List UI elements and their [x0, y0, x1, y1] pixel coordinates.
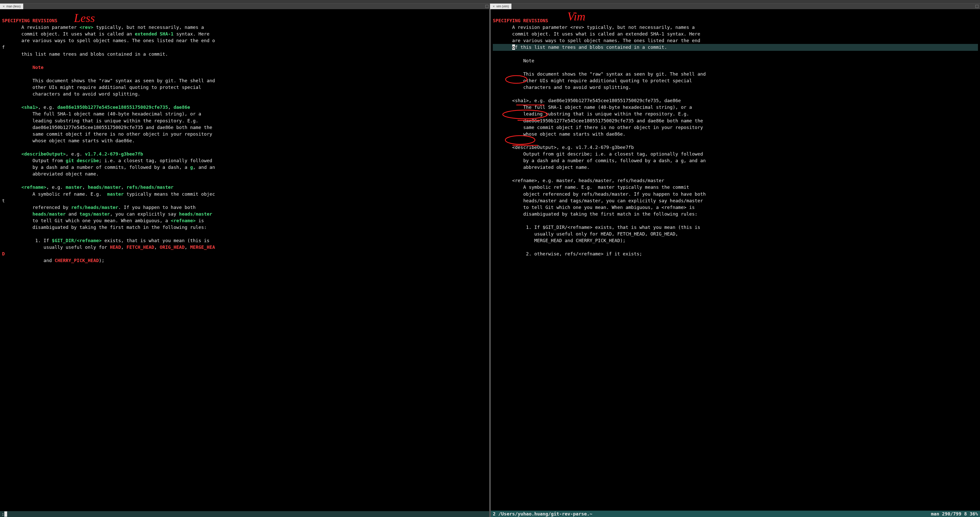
- tab-title: man (less): [6, 5, 21, 8]
- vim-cursor: o: [512, 45, 515, 50]
- describe-tag: <describeOutput>: [21, 151, 65, 156]
- section-heading: SPECIFYING REVISIONS: [493, 18, 548, 23]
- vim-status-position: man 290/799 8 36%: [931, 511, 978, 517]
- cursor-line: of this list name trees and blobs contai…: [493, 44, 978, 51]
- tab-group-right: ✕ vim (vim): [490, 3, 980, 9]
- describe-tag: <describeOutput>, e.g. v1.7.4.2-679-g3be…: [512, 145, 634, 150]
- note-heading: Note: [32, 65, 43, 70]
- window-minimize-icon[interactable]: [975, 5, 978, 8]
- window-minimize-icon[interactable]: [485, 5, 488, 8]
- pane-less[interactable]: SPECIFYING REVISIONS A revision paramete…: [0, 9, 489, 517]
- vim-status-bar: 2 /Users/yuhao.huang/git-rev-parse.~ man…: [491, 511, 980, 517]
- split-panes: SPECIFYING REVISIONS A revision paramete…: [0, 9, 980, 517]
- window-title-bar: [0, 0, 980, 3]
- close-icon[interactable]: ✕: [493, 5, 495, 8]
- refname-tag: <refname>: [21, 184, 46, 190]
- vim-content: SPECIFYING REVISIONS A revision paramete…: [491, 9, 980, 511]
- sha1-tag: <sha1>, e.g. dae86e1950b1277e545cee18055…: [512, 98, 681, 103]
- tab-strip: ✕ man (less) ✕ vim (vim): [0, 3, 980, 9]
- pane-vim[interactable]: SPECIFYING REVISIONS A revision paramete…: [491, 9, 980, 517]
- refname-tag: <refname>, e.g. master, heads/master, re…: [512, 178, 664, 183]
- vim-status-path: 2 /Users/yuhao.huang/git-rev-parse.~: [493, 511, 931, 517]
- section-heading: SPECIFYING REVISIONS: [2, 18, 57, 23]
- close-icon[interactable]: ✕: [3, 5, 5, 8]
- tab-title: vim (vim): [496, 5, 509, 8]
- sha1-tag: <sha1>: [21, 104, 38, 110]
- tab-left[interactable]: ✕ man (less): [0, 3, 23, 9]
- tab-group-left: ✕ man (less): [0, 3, 490, 9]
- less-prompt[interactable]: :: [0, 511, 489, 517]
- less-content: SPECIFYING REVISIONS A revision paramete…: [0, 9, 489, 511]
- tab-right[interactable]: ✕ vim (vim): [490, 3, 511, 9]
